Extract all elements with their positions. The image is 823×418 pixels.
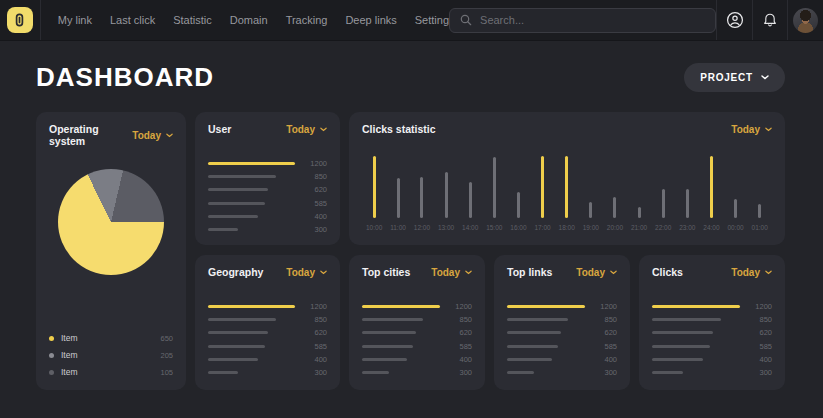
bar-row: 850 (208, 170, 327, 183)
bar (686, 189, 689, 218)
bar-value: 300 (303, 225, 327, 234)
bar-row: 1200 (652, 300, 772, 313)
bar-value: 585 (448, 342, 472, 351)
page-title: DASHBOARD (36, 62, 214, 93)
nav-item-last-click[interactable]: Last click (110, 14, 155, 26)
hbar-chart: 1200850620585400300 (208, 300, 327, 379)
x-tick-label: 21:00 (631, 224, 647, 231)
bar-row: 585 (652, 340, 772, 353)
x-tick-label: 22:00 (655, 224, 671, 231)
search-input[interactable] (480, 14, 705, 26)
bar (589, 202, 592, 218)
bar (662, 189, 665, 218)
bar (469, 182, 472, 218)
bar-row: 585 (507, 340, 617, 353)
vbar-column: 14:00 (462, 145, 478, 231)
bar-row: 300 (208, 366, 327, 379)
vbar-column: 23:00 (679, 145, 695, 231)
card-header: Geography Today (208, 266, 327, 278)
project-dropdown-label: PROJECT (700, 72, 753, 83)
bar-value: 620 (448, 328, 472, 337)
bar (507, 305, 585, 308)
period-dropdown[interactable]: Today (431, 267, 472, 278)
card-header: Top cities Today (362, 266, 472, 278)
bar-row: 1200 (507, 300, 617, 313)
vbar-column: 19:00 (583, 145, 599, 231)
page-header: DASHBOARD PROJECT (36, 62, 785, 93)
avatar[interactable] (793, 8, 818, 33)
bar-row: 300 (208, 223, 327, 236)
chevron-down-icon (765, 270, 772, 275)
search-bar (449, 8, 716, 33)
vbar-column: 16:00 (510, 145, 526, 231)
hbar-chart: 1200850620585400300 (652, 300, 772, 379)
bar (758, 204, 761, 218)
bar (208, 371, 238, 374)
bar-value: 400 (303, 212, 327, 221)
bar-value: 585 (593, 342, 617, 351)
bar (507, 371, 534, 374)
bar (362, 305, 440, 308)
bar (517, 192, 520, 218)
bar (734, 199, 737, 218)
hbar-chart: 1200850620585400300 (362, 300, 472, 379)
search-icon (460, 14, 472, 26)
bar-row: 1200 (208, 157, 327, 170)
bar (613, 197, 616, 218)
bar-value: 850 (593, 315, 617, 324)
card-clicks: Clicks Today 1200850620585400300 (639, 255, 785, 390)
x-tick-label: 20:00 (607, 224, 623, 231)
bar (652, 371, 683, 374)
bar-row: 1200 (208, 300, 327, 313)
bar (208, 358, 258, 361)
vbar-column: 13:00 (438, 145, 454, 231)
legend-row: Item105 (49, 367, 173, 377)
project-dropdown[interactable]: PROJECT (684, 63, 785, 92)
bar (652, 305, 740, 308)
card-user: User Today 1200850620585400300 (195, 112, 340, 245)
bar-value: 400 (593, 355, 617, 364)
notifications-button[interactable] (752, 0, 788, 40)
x-tick-label: 11:00 (390, 224, 406, 231)
period-dropdown[interactable]: Today (576, 267, 617, 278)
bar (373, 156, 376, 218)
bell-icon (762, 12, 778, 28)
bar-row: 850 (208, 313, 327, 326)
bar-row: 620 (208, 326, 327, 339)
bar (362, 331, 416, 334)
legend-row: Item205 (49, 350, 173, 360)
period-label: Today (731, 124, 760, 135)
bar-row: 850 (362, 313, 472, 326)
period-dropdown[interactable]: Today (132, 130, 173, 141)
period-dropdown[interactable]: Today (286, 124, 327, 135)
nav-item-my-link[interactable]: My link (58, 14, 92, 26)
period-dropdown[interactable]: Today (731, 124, 772, 135)
x-tick-label: 01:00 (752, 224, 768, 231)
app-logo[interactable] (0, 0, 41, 40)
bar-value: 300 (748, 368, 772, 377)
nav-item-domain[interactable]: Domain (230, 14, 268, 26)
x-tick-label: 12:00 (414, 224, 430, 231)
nav-item-statistic[interactable]: Statistic (173, 14, 212, 26)
bar (652, 345, 710, 348)
bar-value: 850 (448, 315, 472, 324)
period-label: Today (286, 124, 315, 135)
legend-value: 650 (160, 334, 173, 343)
card-geography: Geography Today 1200850620585400300 (195, 255, 340, 390)
bar (208, 228, 238, 231)
period-dropdown[interactable]: Today (731, 267, 772, 278)
account-button[interactable] (716, 0, 752, 40)
legend-value: 205 (160, 351, 173, 360)
nav-item-setting[interactable]: Setting (415, 14, 449, 26)
bar-value: 300 (448, 368, 472, 377)
account-icon (726, 11, 744, 29)
bar (362, 358, 407, 361)
bar-value: 620 (748, 328, 772, 337)
period-dropdown[interactable]: Today (286, 267, 327, 278)
nav-item-tracking[interactable]: Tracking (286, 14, 328, 26)
vbar-column: 17:00 (534, 145, 550, 231)
bar (638, 207, 641, 218)
bar (507, 345, 558, 348)
legend-value: 105 (160, 368, 173, 377)
nav-item-deep-links[interactable]: Deep links (345, 14, 396, 26)
